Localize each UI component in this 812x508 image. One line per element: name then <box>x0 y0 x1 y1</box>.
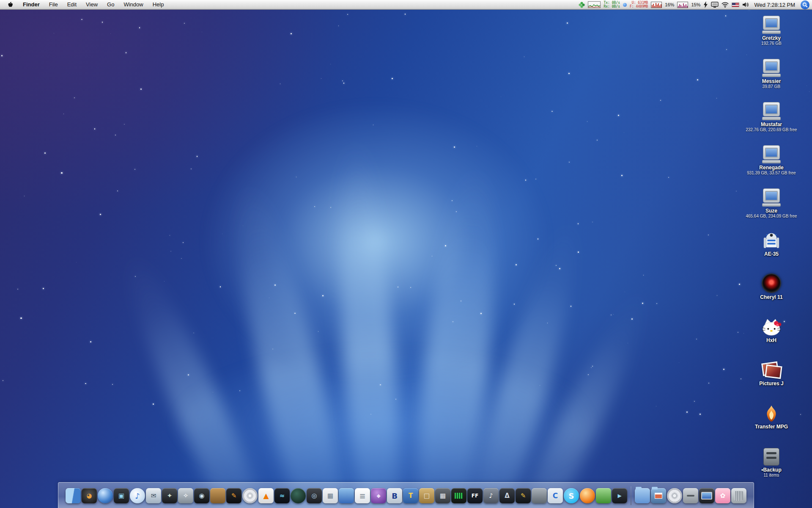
desktop-icon-label: Renegade <box>759 165 783 171</box>
input-source-us-flag-icon[interactable] <box>732 3 739 7</box>
backup-box-icon <box>763 444 779 466</box>
activity-monitor-dock-icon[interactable] <box>451 488 466 503</box>
desktop-icon-ae35[interactable]: AE-35 <box>733 229 809 272</box>
menu-window[interactable]: Window <box>119 0 148 9</box>
transmit-dock-icon[interactable] <box>403 488 418 503</box>
green-app-dock-icon[interactable] <box>596 488 611 503</box>
keys-dock-icon[interactable] <box>178 488 193 503</box>
disk-computer-icon <box>762 185 781 207</box>
wave-app-dock-icon[interactable] <box>274 488 290 503</box>
memory-dot-icon <box>623 3 627 7</box>
gpu-percent: 15% <box>691 2 700 7</box>
dark-globe-dock-icon[interactable] <box>291 488 306 503</box>
pen-dock-icon[interactable] <box>226 488 241 503</box>
wood-app-dock-icon[interactable] <box>210 488 225 503</box>
desktop-icon-label: Suze <box>765 208 777 214</box>
dock <box>58 482 754 508</box>
box-app-dock-icon[interactable] <box>419 488 434 503</box>
flower-menu-icon[interactable] <box>579 2 585 8</box>
pencil-app-dock-icon[interactable] <box>516 488 531 503</box>
memory-meter[interactable]: U: 631MB F: 4489MB <box>630 1 648 8</box>
menu-view[interactable]: View <box>81 0 102 9</box>
gray-app-dock-icon[interactable] <box>532 488 547 503</box>
menu-go[interactable]: Go <box>102 0 119 9</box>
disk-computer-icon <box>762 142 781 163</box>
globe-dock-icon[interactable] <box>98 488 113 503</box>
desktop-icon-label: Pictures J <box>759 381 783 387</box>
dark-app-dock-icon[interactable] <box>162 488 177 503</box>
calculator-dock-icon[interactable] <box>435 488 450 503</box>
star-field <box>0 0 812 508</box>
tripod-app-dock-icon[interactable] <box>499 488 515 503</box>
vlc-dock-icon[interactable] <box>258 488 274 503</box>
mail-dock-icon[interactable] <box>146 488 161 503</box>
photo-grid-dock-icon[interactable] <box>323 488 338 503</box>
finder-dock-icon[interactable] <box>66 488 81 503</box>
music-app-dock-icon[interactable] <box>483 488 499 503</box>
desktop-icon-cheryl11[interactable]: Cheryl 11 <box>733 272 809 315</box>
lens-app-dock-icon[interactable] <box>307 488 322 503</box>
blue-app-dock-icon[interactable] <box>339 488 354 503</box>
displays-icon[interactable] <box>711 2 719 8</box>
desktop-icon-suze[interactable]: Suze 465.64 GB, 234.09 GB free <box>733 185 809 229</box>
menu-finder[interactable]: Finder <box>18 0 44 9</box>
cyberduck-dock-icon[interactable] <box>548 488 563 503</box>
drive-dock-icon[interactable] <box>683 488 698 503</box>
firefox-dock-icon[interactable] <box>580 488 595 503</box>
photos-dock-icon[interactable] <box>114 488 129 503</box>
desktop-icon-messier[interactable]: Messier 39.87 GB <box>733 56 809 99</box>
desktop-icon-label: Transfer MPG <box>755 424 788 430</box>
cpu-graph-icon[interactable] <box>651 2 662 8</box>
desktop-wallpaper[interactable] <box>0 0 812 508</box>
desktop-icon-label: Gretzky <box>762 35 781 41</box>
trash-icon[interactable] <box>731 488 746 503</box>
menu-bar-left: Finder File Edit View Go Window Help <box>0 0 168 9</box>
document-app-dock-icon[interactable] <box>355 488 370 503</box>
purple-app-dock-icon[interactable] <box>371 488 386 503</box>
desktop-icon-label: •Backup <box>761 467 782 473</box>
apple-menu-icon[interactable] <box>5 1 18 8</box>
pictures-folder-dock-icon[interactable] <box>651 488 666 503</box>
desktop-icon-transfer-mpg[interactable]: Transfer MPG <box>733 401 809 444</box>
desktop-icon-mustafar[interactable]: Mustafar 232.76 GB, 220.69 GB free <box>733 99 809 142</box>
power-bolt-icon[interactable] <box>703 1 708 8</box>
network-graph-icon[interactable] <box>588 1 601 8</box>
memory-used: U: 631MB <box>630 1 648 5</box>
desktop-icon-hxh[interactable]: HxH <box>733 315 809 358</box>
menu-file[interactable]: File <box>44 0 63 9</box>
dashboard-dock-icon[interactable] <box>82 488 97 503</box>
menu-edit[interactable]: Edit <box>63 0 81 9</box>
folder-dock-icon[interactable] <box>635 488 650 503</box>
desktop-icon-renegade[interactable]: Renegade 931.39 GB, 33.57 GB free <box>733 142 809 185</box>
skype-dock-icon[interactable] <box>564 488 579 503</box>
gpu-graph-icon[interactable] <box>677 2 688 8</box>
desktop-icon-label: Mustafar <box>761 121 782 127</box>
display-dock-icon[interactable] <box>699 488 714 503</box>
disk-computer-icon <box>762 56 781 77</box>
desktop-icon-backup[interactable]: •Backup 11 items <box>733 444 809 488</box>
network-throughput[interactable]: Tx: 0B/s Rx: 0B/s <box>604 1 620 8</box>
camera-dock-icon[interactable] <box>194 488 209 503</box>
desktop-icon-detail: 931.39 GB, 33.57 GB free <box>747 171 796 175</box>
itunes-dock-icon[interactable] <box>130 488 145 503</box>
pink-folder-dock-icon[interactable] <box>715 488 730 503</box>
desktop-icon-label: Messier <box>762 78 781 84</box>
rx-rate: Rx: 0B/s <box>604 5 620 8</box>
video-app-dock-icon[interactable] <box>612 488 627 503</box>
wifi-icon[interactable] <box>721 2 729 8</box>
desktop-icon-gretzky[interactable]: Gretzky 192.76 GB <box>733 13 809 56</box>
ff-app-dock-icon[interactable] <box>467 488 483 503</box>
dock-separator <box>631 486 631 505</box>
disc-dock-icon[interactable] <box>667 488 682 503</box>
menu-help[interactable]: Help <box>148 0 169 9</box>
menu-clock[interactable]: Wed 7:28:12 PM <box>754 2 795 8</box>
desktop-icon-pictures-j[interactable]: Pictures J <box>733 358 809 401</box>
bbedit-dock-icon[interactable] <box>387 488 402 503</box>
spotlight-icon[interactable] <box>801 0 809 9</box>
hal-sphere-icon <box>762 272 781 293</box>
photo-stack-icon <box>761 358 782 379</box>
volume-icon[interactable] <box>742 2 749 8</box>
disc-app-dock-icon[interactable] <box>242 488 258 503</box>
desktop-icon-detail: 39.87 GB <box>763 84 780 89</box>
desktop-icon-detail: 11 items <box>763 473 779 478</box>
